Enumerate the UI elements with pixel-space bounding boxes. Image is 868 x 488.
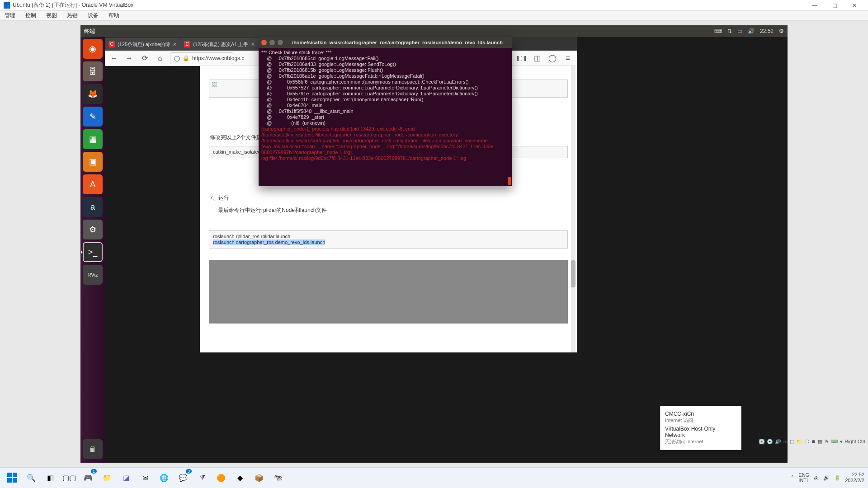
sound-icon[interactable]: 🔊 [748,28,755,34]
terminal-scroll-thumb[interactable] [508,177,511,185]
account-button[interactable]: ◯ [547,53,558,64]
launcher-impress[interactable]: ▣ [83,152,103,172]
sidebar-button[interactable]: ◫ [532,53,542,64]
launcher-software[interactable]: A [83,174,103,194]
terminal-output[interactable]: *** Check failure stack trace: *** @ 0x7… [259,48,512,186]
taskbar-xbox[interactable]: 🎮 [80,470,96,485]
ubuntu-screen: 终端 ⌨ ⇅ ▭ 🔊 22:52 ⚙ ◉ 🗄 🦊 ✎ ▦ ▣ A a ⚙ >_ … [80,25,788,463]
menu-control[interactable]: 控制 [24,11,38,20]
taskbar-app-misc[interactable]: 🐄 [270,470,286,485]
menu-manage[interactable]: 管理 [3,11,17,20]
code-1-text: catkin_make_isolated [213,149,261,155]
taskbar-mail[interactable]: ✉ [137,470,153,485]
firefox-icon: 🦊 [88,89,98,99]
tray-battery-icon[interactable]: 🔋 [834,475,840,481]
code-block-2[interactable]: roslaunch rplidar_ros rplidar.launch ros… [209,230,568,249]
maximize-button[interactable]: ▢ [825,0,844,10]
vbox-mouse-icon[interactable]: 🖱 [824,439,829,444]
terminal-close-button[interactable] [261,40,267,45]
virtualbox-titlebar: Ubuntu (备份 2) [正在运行] - Oracle VM Virtual… [0,0,868,11]
tab-2[interactable]: C (125条消息) 思岚A1 上手 ✕ [180,38,259,51]
terminal-stack-trace: *** Check failure stack trace: *** @ 0x7… [261,50,478,126]
reload-button[interactable]: ⟳ [139,53,150,64]
vbox-recording-icon[interactable]: ⏺ [811,439,816,444]
launcher-amazon[interactable]: a [83,197,103,217]
taskbar-app-cube[interactable]: ◆ [232,470,248,485]
url-bar[interactable]: ◯ 🔒 https://www.cnblogs.c [170,52,233,64]
launcher-rviz[interactable]: RViz [83,265,103,285]
windows-taskbar: 🔍 ◧ ▢▢ 🎮 📁 ◪ ✉ 🌐 💬 ⧩ 🟠 ◆ 📦 🐄 ˄ ENG INTL … [0,467,868,488]
terminal-maximize-button[interactable] [278,40,283,45]
tab-1[interactable]: C (125条消息) ajxdhe的博 ✕ [105,38,180,51]
launcher-terminal[interactable]: >_ [83,242,103,262]
impress-icon: ▣ [89,157,97,167]
menu-hotkey[interactable]: 热键 [65,11,80,20]
gear-icon[interactable]: ⚙ [779,28,784,34]
menu-button[interactable]: ≡ [562,53,573,64]
launcher-trash[interactable]: 🗑 [83,439,103,459]
battery-icon[interactable]: ▭ [737,28,742,34]
vbox-network-icon[interactable]: 🖧 [783,439,788,444]
vbox-display-icon[interactable]: 🖵 [804,439,809,444]
blog-paragraph-2: 最后命令行中运行rplidar的Node和launch文件 [218,206,568,214]
terminal-minimize-button[interactable] [269,40,275,45]
search-button[interactable]: 🔍 [24,470,39,485]
topbar-clock[interactable]: 22:52 [760,28,774,34]
page-scrollbar[interactable] [571,66,576,352]
terminal-titlebar[interactable]: /home/s/catkin_ws/src/cartographer_ros/c… [259,37,512,48]
terminal-scrollbar[interactable] [508,48,511,186]
widgets-button[interactable]: ▢▢ [61,470,77,485]
launcher-files[interactable]: 🗄 [83,61,103,81]
library-button[interactable]: ⫿⫿⫿ [516,53,527,64]
task-view-button[interactable]: ◧ [42,470,58,485]
home-button[interactable]: ⌂ [155,53,165,64]
taskbar-explorer[interactable]: 📁 [99,470,115,485]
close-button[interactable]: ✕ [844,0,864,10]
keyboard-indicator-icon[interactable]: ⌨ [714,28,722,34]
launcher-dash[interactable]: ◉ [83,39,103,59]
taskbar-teams[interactable]: 💬 [175,470,191,485]
vbox-usb-icon[interactable]: ⬚ [790,439,794,445]
tray-volume-icon[interactable]: 🔊 [823,475,830,481]
taskbar-virtualbox[interactable]: 📦 [251,470,267,485]
vbox-keyboard-icon[interactable]: ⌨ [831,439,838,445]
taskbar-visualstudio[interactable]: ⧩ [194,470,210,485]
taskbar-clock[interactable]: 22:52 2022/2/2 [845,472,864,483]
vbox-hdd-icon[interactable]: 💽 [759,439,765,445]
minimize-button[interactable]: ― [805,0,825,10]
files-icon: 🗄 [89,67,97,76]
desktop-area: C (125条消息) ajxdhe的博 ✕ C (125条消息) 思岚A1 上手… [105,37,788,463]
tab-2-close[interactable]: ✕ [251,42,255,47]
network-icon[interactable]: ⇅ [727,28,732,34]
vbox-cpu-icon[interactable]: ▦ [818,439,822,445]
language-indicator[interactable]: ENG INTL [798,472,809,483]
back-button[interactable]: ← [108,53,119,64]
menu-devices[interactable]: 设备 [86,11,100,20]
taskbar-app-blue[interactable]: ◪ [118,470,134,485]
launcher-writer[interactable]: ✎ [83,107,103,127]
launcher-settings[interactable]: ⚙ [83,220,103,239]
menu-view[interactable]: 视图 [44,11,59,20]
image-placeholder [209,260,568,324]
network-1: CMCC-xiCn Internet 访问 [665,411,736,424]
forward-button[interactable]: → [124,53,135,64]
vbox-shared-folder-icon[interactable]: 📁 [796,439,802,445]
scrollbar-thumb[interactable] [571,260,576,287]
vbox-audio-icon[interactable]: 🔊 [775,439,781,445]
launcher-calc[interactable]: ▦ [83,129,103,149]
chevron-down-icon[interactable]: ▾ [840,439,843,445]
virtualbox-icon [4,2,10,9]
tray-chevron-up-icon[interactable]: ˄ [791,475,794,481]
network-2-status: 无法访问 Internet [665,438,736,445]
tab-1-label: (125条消息) ajxdhe的博 [118,41,170,48]
taskbar-app-orange[interactable]: 🟠 [213,470,229,485]
start-button[interactable] [5,470,20,485]
launcher-firefox[interactable]: 🦊 [83,84,103,104]
calc-icon: ▦ [89,134,97,144]
tab-1-close[interactable]: ✕ [173,42,177,47]
vbox-optical-icon[interactable]: 💿 [767,439,773,445]
taskbar-edge[interactable]: 🌐 [156,470,172,485]
tray-network-icon[interactable]: 🖧 [814,475,819,480]
menu-help[interactable]: 帮助 [107,11,121,20]
guest-display: 终端 ⌨ ⇅ ▭ 🔊 22:52 ⚙ ◉ 🗄 🦊 ✎ ▦ ▣ A a ⚙ >_ … [0,21,868,467]
